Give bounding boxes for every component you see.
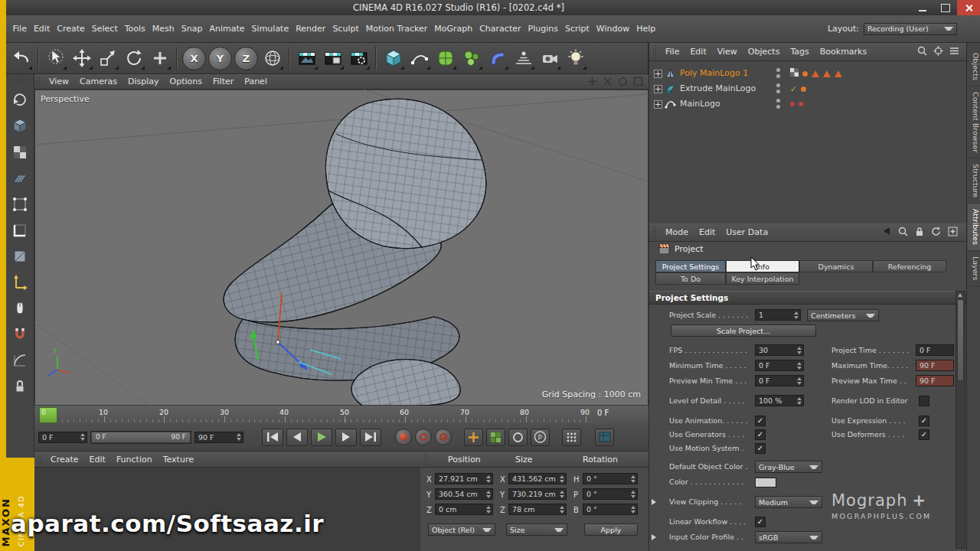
edges-mode-button[interactable] [10,221,30,240]
rotation-p-field[interactable]: 0 ° [583,488,638,500]
am-menu-edit[interactable]: Edit [694,227,720,237]
current-frame-field[interactable]: 0 F [38,432,87,443]
spline-object-icon[interactable] [665,98,676,112]
material-menu-edit[interactable]: Edit [84,455,111,465]
workplane-mode-button[interactable] [10,169,30,187]
phong-tag-icon[interactable] [802,71,808,77]
new-panel-icon[interactable] [948,227,958,239]
menu-plugins[interactable]: Plugins [524,24,561,34]
menu-motion-tracker[interactable]: Motion Tracker [362,24,430,34]
attribute-scrollbar[interactable] [956,291,965,549]
apply-button[interactable]: Apply [584,523,638,536]
viewport-menu-filter[interactable]: Filter [207,77,239,86]
color-swatch[interactable] [755,478,776,487]
level-of-detail-field[interactable]: 100 % [755,395,804,406]
minimize-button[interactable] [911,0,934,15]
history-back-icon[interactable] [882,227,891,238]
use-deformers-checkbox[interactable]: ✓ [919,429,929,440]
lock-icon[interactable] [915,227,924,239]
position-z-field[interactable]: 0 cm [435,504,493,515]
menu-tools[interactable]: Tools [121,24,149,34]
add-deformer-button[interactable] [485,46,510,71]
linear-workflow-checkbox[interactable]: ✓ [755,517,766,527]
tab-to-do[interactable]: To Do [655,272,726,285]
disabled-dot-icon[interactable] [799,102,803,106]
om-menu-bookmarks[interactable]: Bookmarks [815,47,872,57]
range-end-field[interactable]: 90 F [194,432,243,443]
size-z-field[interactable]: 78 cm [508,504,567,515]
material-menu-texture[interactable]: Texture [158,455,199,465]
menu-character[interactable]: Character [476,24,524,34]
object-list[interactable]: Poly MainLogo 1 Extrude MainLogo ✓ [649,61,967,223]
extrude-object-icon[interactable] [665,83,676,96]
tab-attributes[interactable]: Attributes [968,204,980,251]
timeline-layout-button[interactable] [595,429,614,446]
perspective-viewport[interactable]: Y Perspective Grid Spacing : 1000 cm [34,90,648,406]
workplane-lock-button[interactable] [10,377,30,396]
keyframe-selection-button[interactable] [435,429,452,445]
move-tool-button[interactable] [69,46,94,71]
record-parameter-toggle[interactable]: P [531,429,550,446]
search-icon[interactable] [898,227,908,239]
menu-select[interactable]: Select [88,24,121,34]
texture-tag-icon[interactable] [790,68,799,79]
record-position-toggle[interactable] [464,429,483,446]
expand-icon[interactable] [654,85,662,93]
panel-grip[interactable] [36,77,41,86]
add-mograph-array-button[interactable] [459,46,484,71]
om-menu-tags[interactable]: Tags [785,47,814,57]
rotate-tool-button[interactable] [121,46,146,71]
add-cube-button[interactable] [381,46,406,71]
object-row-extrude-mainlogo[interactable]: Extrude MainLogo ✓ [649,81,967,96]
section-header[interactable]: Project Settings [649,291,967,305]
add-camera-button[interactable] [537,46,562,71]
size-x-field[interactable]: 431.562 cm [508,473,567,484]
layout-dropdown[interactable]: Recording (User) [864,23,957,35]
scale-project-button[interactable]: Scale Project... [671,324,816,337]
panel-grip[interactable] [423,454,428,465]
object-row-mainlogo[interactable]: MainLogo [649,96,967,112]
input-color-profile-dropdown[interactable]: sRGB [755,531,822,543]
minimum-time-field[interactable]: 0 F [755,360,804,371]
stepper-icon[interactable] [237,433,241,441]
menu-mograph[interactable]: MoGraph [431,24,476,34]
previous-frame-button[interactable] [286,429,308,446]
add-environment-button[interactable] [511,46,536,71]
expand-icon[interactable] [654,70,662,78]
rotation-b-field[interactable]: 0 ° [583,504,638,515]
goto-end-button[interactable] [360,429,381,446]
panel-grip[interactable] [652,45,657,57]
z-axis-lock-button[interactable]: Z [234,47,258,70]
y-axis-lock-button[interactable]: Y [208,47,232,70]
timeline-ruler[interactable]: 0 10 20 30 40 50 60 70 80 90 0 F [34,406,648,424]
position-x-field[interactable]: 27.921 cm [435,473,493,484]
menu-create[interactable]: Create [54,24,89,34]
use-animation-checkbox[interactable]: ✓ [755,416,766,426]
menu-mesh[interactable]: Mesh [149,24,178,34]
menu-sculpt[interactable]: Sculpt [329,24,362,34]
render-view-button[interactable] [294,46,319,71]
points-mode-button[interactable] [10,195,30,214]
expand-icon[interactable] [654,100,662,109]
tab-structure[interactable]: Structure [968,158,980,204]
close-button[interactable] [957,0,980,15]
panel-grip[interactable] [652,226,657,238]
menu-simulate[interactable]: Simulate [248,24,292,34]
mesh-object[interactable] [224,99,486,406]
om-menu-objects[interactable]: Objects [743,47,786,57]
scale-tool-button[interactable] [95,46,120,71]
panel-grip[interactable] [38,454,42,465]
model-mode-button[interactable] [10,117,30,135]
size-mode-dropdown[interactable]: Size [506,523,567,536]
maximum-time-field[interactable]: 90 F [916,360,954,371]
tab-referencing[interactable]: Referencing [873,260,946,272]
preview-range-slider[interactable]: 0 F 90 F [90,431,191,444]
texture-mode-button[interactable] [10,143,30,161]
viewport-menu-cameras[interactable]: Cameras [74,77,122,86]
panel-menu-icon[interactable] [949,47,959,57]
material-menu-function[interactable]: Function [111,455,158,465]
tab-content-browser[interactable]: Content Browser [968,86,980,158]
viewport-menu-panel[interactable]: Panel [239,77,273,86]
project-scale-field[interactable]: 1 [755,309,801,321]
tab-key-interpolation[interactable]: Key Interpolation [726,272,799,285]
